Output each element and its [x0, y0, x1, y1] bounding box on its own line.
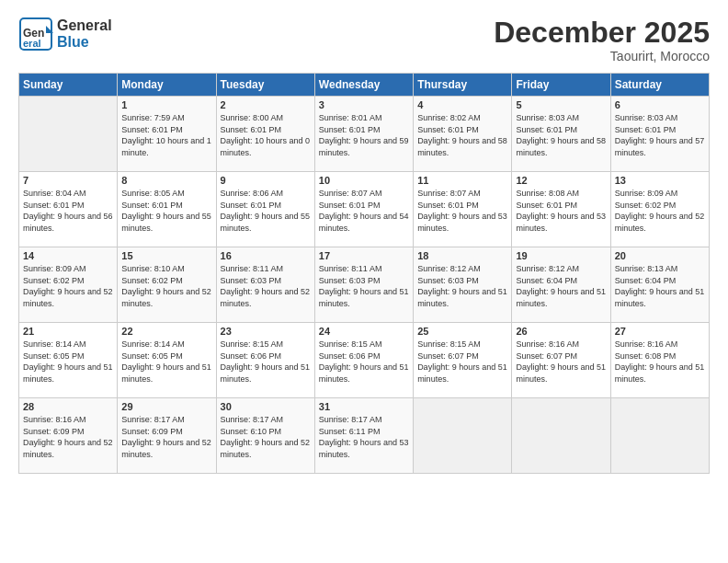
calendar-cell: 14Sunrise: 8:09 AMSunset: 6:02 PMDayligh… — [19, 247, 118, 323]
calendar-cell: 8Sunrise: 8:05 AMSunset: 6:01 PMDaylight… — [118, 172, 216, 247]
cell-content: Sunrise: 8:07 AMSunset: 6:01 PMDaylight:… — [319, 188, 409, 234]
calendar-cell: 19Sunrise: 8:12 AMSunset: 6:04 PMDayligh… — [512, 247, 610, 323]
title-section: December 2025 Taourirt, Morocco — [494, 17, 710, 63]
calendar-cell: 25Sunrise: 8:15 AMSunset: 6:07 PMDayligh… — [414, 323, 512, 398]
day-number: 18 — [417, 250, 507, 261]
day-header: Monday — [118, 74, 216, 97]
day-number: 11 — [417, 175, 507, 186]
calendar-cell: 20Sunrise: 8:13 AMSunset: 6:04 PMDayligh… — [610, 247, 709, 323]
month-title: December 2025 — [494, 17, 710, 49]
day-header: Thursday — [414, 74, 512, 97]
calendar-cell: 6Sunrise: 8:03 AMSunset: 6:01 PMDaylight… — [610, 97, 709, 172]
calendar-week-row: 1Sunrise: 7:59 AMSunset: 6:01 PMDaylight… — [19, 97, 710, 172]
calendar-table: SundayMondayTuesdayWednesdayThursdayFrid… — [18, 73, 710, 474]
cell-content: Sunrise: 8:08 AMSunset: 6:01 PMDaylight:… — [516, 188, 606, 234]
calendar-cell: 7Sunrise: 8:04 AMSunset: 6:01 PMDaylight… — [19, 172, 118, 247]
calendar-cell: 24Sunrise: 8:15 AMSunset: 6:06 PMDayligh… — [314, 323, 413, 398]
calendar-cell: 11Sunrise: 8:07 AMSunset: 6:01 PMDayligh… — [414, 172, 512, 247]
calendar-week-row: 7Sunrise: 8:04 AMSunset: 6:01 PMDaylight… — [19, 172, 710, 247]
day-number: 30 — [221, 401, 311, 412]
header-row: SundayMondayTuesdayWednesdayThursdayFrid… — [19, 74, 710, 97]
cell-content: Sunrise: 8:10 AMSunset: 6:02 PMDaylight:… — [121, 263, 211, 309]
day-number: 13 — [615, 175, 705, 186]
cell-content: Sunrise: 8:15 AMSunset: 6:06 PMDaylight:… — [221, 339, 311, 385]
calendar-cell: 3Sunrise: 8:01 AMSunset: 6:01 PMDaylight… — [314, 97, 413, 172]
cell-content: Sunrise: 8:03 AMSunset: 6:01 PMDaylight:… — [516, 112, 606, 158]
day-number: 6 — [615, 99, 705, 110]
calendar-cell: 5Sunrise: 8:03 AMSunset: 6:01 PMDaylight… — [512, 97, 610, 172]
cell-content: Sunrise: 8:02 AMSunset: 6:01 PMDaylight:… — [417, 112, 507, 158]
day-header: Wednesday — [314, 74, 413, 97]
day-number: 5 — [516, 99, 606, 110]
calendar-cell: 12Sunrise: 8:08 AMSunset: 6:01 PMDayligh… — [512, 172, 610, 247]
calendar-cell — [512, 398, 610, 474]
calendar-cell: 28Sunrise: 8:16 AMSunset: 6:09 PMDayligh… — [19, 398, 118, 474]
calendar-cell: 22Sunrise: 8:14 AMSunset: 6:05 PMDayligh… — [118, 323, 216, 398]
svg-text:eral: eral — [23, 38, 41, 49]
day-number: 16 — [221, 250, 311, 261]
cell-content: Sunrise: 8:14 AMSunset: 6:05 PMDaylight:… — [23, 339, 113, 385]
cell-content: Sunrise: 8:17 AMSunset: 6:11 PMDaylight:… — [319, 414, 409, 460]
calendar-cell: 13Sunrise: 8:09 AMSunset: 6:02 PMDayligh… — [610, 172, 709, 247]
day-header: Friday — [512, 74, 610, 97]
logo-general: General — [57, 17, 112, 34]
cell-content: Sunrise: 8:12 AMSunset: 6:04 PMDaylight:… — [516, 263, 606, 309]
header: Gen eral General Blue December 2025 Taou… — [18, 17, 710, 63]
day-number: 25 — [417, 326, 507, 337]
calendar-cell: 26Sunrise: 8:16 AMSunset: 6:07 PMDayligh… — [512, 323, 610, 398]
day-number: 21 — [23, 326, 113, 337]
calendar-cell — [610, 398, 709, 474]
day-header: Tuesday — [216, 74, 314, 97]
logo: Gen eral General Blue — [18, 17, 112, 52]
cell-content: Sunrise: 8:03 AMSunset: 6:01 PMDaylight:… — [615, 112, 705, 158]
cell-content: Sunrise: 8:05 AMSunset: 6:01 PMDaylight:… — [121, 188, 211, 234]
logo-blue: Blue — [57, 34, 112, 51]
calendar-cell: 29Sunrise: 8:17 AMSunset: 6:09 PMDayligh… — [118, 398, 216, 474]
calendar-week-row: 14Sunrise: 8:09 AMSunset: 6:02 PMDayligh… — [19, 247, 710, 323]
day-number: 3 — [319, 99, 409, 110]
calendar-cell: 9Sunrise: 8:06 AMSunset: 6:01 PMDaylight… — [216, 172, 314, 247]
day-number: 19 — [516, 250, 606, 261]
day-number: 26 — [516, 326, 606, 337]
calendar-cell: 31Sunrise: 8:17 AMSunset: 6:11 PMDayligh… — [314, 398, 413, 474]
day-number: 1 — [121, 99, 211, 110]
location: Taourirt, Morocco — [494, 49, 710, 63]
cell-content: Sunrise: 8:16 AMSunset: 6:07 PMDaylight:… — [516, 339, 606, 385]
calendar-cell: 23Sunrise: 8:15 AMSunset: 6:06 PMDayligh… — [216, 323, 314, 398]
day-number: 17 — [319, 250, 409, 261]
calendar-cell: 10Sunrise: 8:07 AMSunset: 6:01 PMDayligh… — [314, 172, 413, 247]
cell-content: Sunrise: 8:09 AMSunset: 6:02 PMDaylight:… — [23, 263, 113, 309]
cell-content: Sunrise: 8:15 AMSunset: 6:06 PMDaylight:… — [319, 339, 409, 385]
cell-content: Sunrise: 8:04 AMSunset: 6:01 PMDaylight:… — [23, 188, 113, 234]
day-number: 9 — [221, 175, 311, 186]
cell-content: Sunrise: 8:15 AMSunset: 6:07 PMDaylight:… — [417, 339, 507, 385]
cell-content: Sunrise: 8:01 AMSunset: 6:01 PMDaylight:… — [319, 112, 409, 158]
cell-content: Sunrise: 8:11 AMSunset: 6:03 PMDaylight:… — [221, 263, 311, 309]
calendar-cell: 30Sunrise: 8:17 AMSunset: 6:10 PMDayligh… — [216, 398, 314, 474]
day-number: 4 — [417, 99, 507, 110]
cell-content: Sunrise: 8:00 AMSunset: 6:01 PMDaylight:… — [221, 112, 311, 158]
day-number: 29 — [121, 401, 211, 412]
calendar-cell: 4Sunrise: 8:02 AMSunset: 6:01 PMDaylight… — [414, 97, 512, 172]
calendar-cell: 15Sunrise: 8:10 AMSunset: 6:02 PMDayligh… — [118, 247, 216, 323]
cell-content: Sunrise: 8:17 AMSunset: 6:10 PMDaylight:… — [221, 414, 311, 460]
cell-content: Sunrise: 8:09 AMSunset: 6:02 PMDaylight:… — [615, 188, 705, 234]
day-number: 7 — [23, 175, 113, 186]
cell-content: Sunrise: 7:59 AMSunset: 6:01 PMDaylight:… — [121, 112, 211, 158]
calendar-cell: 21Sunrise: 8:14 AMSunset: 6:05 PMDayligh… — [19, 323, 118, 398]
cell-content: Sunrise: 8:13 AMSunset: 6:04 PMDaylight:… — [615, 263, 705, 309]
day-number: 27 — [615, 326, 705, 337]
calendar-cell: 18Sunrise: 8:12 AMSunset: 6:03 PMDayligh… — [414, 247, 512, 323]
cell-content: Sunrise: 8:17 AMSunset: 6:09 PMDaylight:… — [121, 414, 211, 460]
day-number: 31 — [319, 401, 409, 412]
day-header: Saturday — [610, 74, 709, 97]
cell-content: Sunrise: 8:14 AMSunset: 6:05 PMDaylight:… — [121, 339, 211, 385]
calendar-week-row: 21Sunrise: 8:14 AMSunset: 6:05 PMDayligh… — [19, 323, 710, 398]
day-number: 14 — [23, 250, 113, 261]
day-number: 28 — [23, 401, 113, 412]
day-number: 24 — [319, 326, 409, 337]
calendar-cell — [19, 97, 118, 172]
day-number: 8 — [121, 175, 211, 186]
day-number: 15 — [121, 250, 211, 261]
calendar-cell: 27Sunrise: 8:16 AMSunset: 6:08 PMDayligh… — [610, 323, 709, 398]
